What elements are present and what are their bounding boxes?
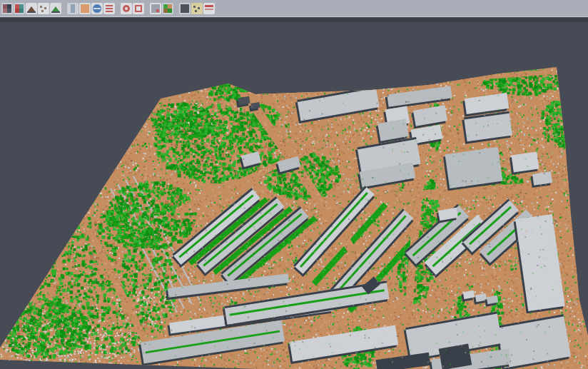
sparse-points-icon-glyph [40,6,42,8]
classify-split-icon-glyph [19,9,24,13]
globe-icon-glyph [93,8,101,9]
layers-icon-glyph [193,6,196,8]
camera-icon-glyph [181,4,189,13]
toolbar-separator [145,3,150,14]
target-ring-icon[interactable] [121,3,132,14]
toolbar-separator [116,3,121,14]
classification-view-icon-glyph [168,9,172,13]
camera-icon[interactable] [179,3,191,14]
toolbar-separator [174,3,179,14]
layers-icon-glyph [198,7,200,9]
viewport-3d-pointcloud[interactable] [0,22,588,369]
red-list-icon-glyph [106,8,113,9]
point-cloud-icon[interactable] [1,3,13,14]
profile-view-icon[interactable] [67,3,78,14]
layers-icon[interactable] [191,3,203,14]
terrain-green-icon-glyph [51,11,60,13]
point-cloud-icon-glyph [7,9,11,13]
screenshot-icon-glyph [156,9,159,12]
toolbar [0,0,588,17]
classify-split-icon[interactable] [14,3,25,14]
sparse-points-icon[interactable] [38,3,49,14]
profile-view-icon-glyph [71,4,75,13]
layers-icon-glyph [195,10,197,12]
selection-brackets-icon[interactable] [133,3,144,14]
red-list-icon-glyph [106,5,113,6]
terrain-green-icon[interactable] [50,3,61,14]
red-bars-icon-glyph [205,9,213,10]
sparse-points-icon-glyph [41,10,44,12]
red-list-icon[interactable] [103,3,115,14]
red-bars-icon[interactable] [203,3,215,14]
sparse-points-icon-glyph [44,7,46,9]
selection-brackets-icon-glyph [137,7,140,10]
terrain-brown-icon[interactable] [26,3,37,14]
globe-icon[interactable] [91,3,103,14]
ortho-view-icon-glyph [81,4,89,13]
screenshot-icon[interactable] [150,3,161,14]
red-list-icon-glyph [106,11,113,12]
red-bars-icon-glyph [205,5,213,7]
ortho-view-icon[interactable] [79,3,91,14]
classification-view-icon[interactable] [162,3,173,14]
terrain-brown-icon-glyph [27,11,36,13]
toolbar-separator [62,3,67,14]
target-ring-icon-glyph [123,5,130,12]
